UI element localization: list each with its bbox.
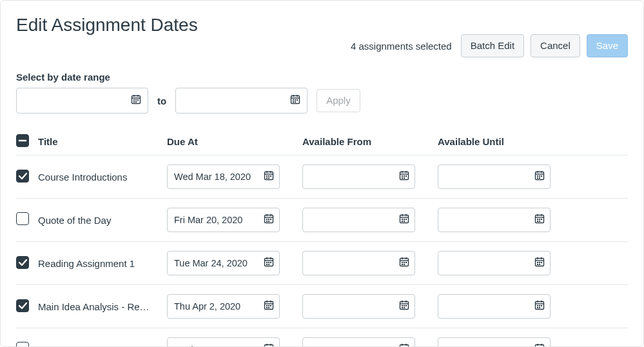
due-at-cell [167, 337, 302, 347]
apply-filter-button[interactable]: Apply [317, 89, 360, 112]
due-at-cell [167, 251, 302, 275]
available-from-input[interactable] [302, 208, 415, 232]
col-available-from: Available From [302, 136, 438, 147]
due-at-wrap [167, 294, 280, 319]
table-row: Reading Assignment 1 [16, 242, 628, 285]
available-until-wrap [438, 251, 551, 275]
header-row: Edit Assignment Dates 4 assignments sele… [16, 15, 628, 57]
table-row: Course Introductions [16, 155, 628, 199]
available-until-wrap [438, 337, 551, 347]
due-at-wrap [167, 251, 280, 275]
available-from-wrap [302, 337, 415, 347]
row-title: Writing Assignment 1 [38, 344, 161, 348]
due-at-cell [167, 208, 302, 232]
available-until-input[interactable] [438, 251, 551, 275]
filter-label: Select by date range [16, 72, 628, 83]
available-until-wrap [438, 164, 551, 189]
due-at-input[interactable] [167, 294, 280, 319]
available-until-input[interactable] [438, 164, 551, 189]
due-at-cell [167, 164, 302, 189]
row-select-checkbox[interactable] [16, 342, 29, 347]
date-range-filter: Select by date range to Apply [16, 72, 628, 114]
col-title: Title [38, 136, 167, 147]
available-from-input[interactable] [302, 251, 415, 275]
available-from-wrap [302, 164, 415, 189]
available-until-cell [438, 164, 573, 189]
table-row: Writing Assignment 1 [16, 328, 628, 347]
row-select-checkbox[interactable] [16, 256, 29, 269]
available-until-input[interactable] [438, 337, 551, 347]
available-until-wrap [438, 208, 551, 232]
available-from-wrap [302, 251, 415, 275]
due-at-input[interactable] [167, 251, 280, 275]
filter-controls: to Apply [16, 88, 628, 114]
available-until-input[interactable] [438, 294, 551, 319]
due-at-wrap [167, 164, 280, 189]
row-title: Reading Assignment 1 [38, 258, 161, 269]
due-at-cell [167, 294, 302, 319]
cancel-button[interactable]: Cancel [531, 34, 580, 57]
filter-end-date-wrap [175, 88, 307, 114]
table-body: Course IntroductionsQuote of the DayRead… [16, 155, 628, 347]
available-until-cell [438, 294, 573, 319]
available-from-input[interactable] [302, 164, 415, 189]
due-at-input[interactable] [167, 208, 280, 232]
available-until-cell [438, 208, 573, 232]
filter-start-date-wrap [16, 88, 148, 114]
edit-assignment-dates-page: Edit Assignment Dates 4 assignments sele… [0, 0, 644, 347]
available-from-cell [302, 164, 438, 189]
available-until-input[interactable] [438, 208, 551, 232]
table-row: Main Idea Analysis - Readi... [16, 285, 628, 328]
batch-edit-button[interactable]: Batch Edit [461, 34, 524, 57]
filter-start-date-input[interactable] [16, 88, 148, 114]
row-select-checkbox[interactable] [16, 299, 29, 312]
col-available-until: Available Until [438, 136, 573, 147]
col-due-at: Due At [167, 136, 302, 147]
row-title: Quote of the Day [38, 215, 161, 226]
header-actions: 4 assignments selected Batch Edit Cancel… [351, 34, 628, 57]
table-header-row: Title Due At Available From Available Un… [16, 129, 628, 155]
table-row: Quote of the Day [16, 199, 628, 242]
available-from-cell [302, 337, 438, 347]
due-at-wrap [167, 208, 280, 232]
filter-to-label: to [157, 95, 166, 106]
row-select-cell [16, 256, 38, 271]
row-select-checkbox[interactable] [16, 170, 29, 183]
available-from-cell [302, 294, 438, 319]
select-all-checkbox[interactable] [16, 134, 29, 147]
row-select-cell [16, 342, 38, 347]
save-button[interactable]: Save [587, 34, 628, 57]
due-at-input[interactable] [167, 164, 280, 189]
available-from-wrap [302, 294, 415, 319]
assignments-table: Title Due At Available From Available Un… [16, 129, 628, 347]
row-title: Main Idea Analysis - Readi... [38, 301, 161, 312]
row-select-cell [16, 170, 38, 184]
available-from-input[interactable] [302, 337, 415, 347]
row-select-checkbox[interactable] [16, 212, 29, 225]
selection-status: 4 assignments selected [351, 41, 452, 52]
available-until-wrap [438, 294, 551, 319]
available-until-cell [438, 337, 573, 347]
due-at-input[interactable] [167, 337, 280, 347]
row-select-cell [16, 212, 38, 228]
available-from-input[interactable] [302, 294, 415, 319]
filter-end-date-input[interactable] [175, 88, 307, 114]
row-title: Course Introductions [38, 172, 161, 183]
due-at-wrap [167, 337, 280, 347]
available-from-wrap [302, 208, 415, 232]
row-select-cell [16, 299, 38, 314]
select-all-cell [16, 134, 38, 148]
available-until-cell [438, 251, 573, 275]
page-title: Edit Assignment Dates [16, 15, 198, 35]
available-from-cell [302, 251, 438, 275]
available-from-cell [302, 208, 438, 232]
